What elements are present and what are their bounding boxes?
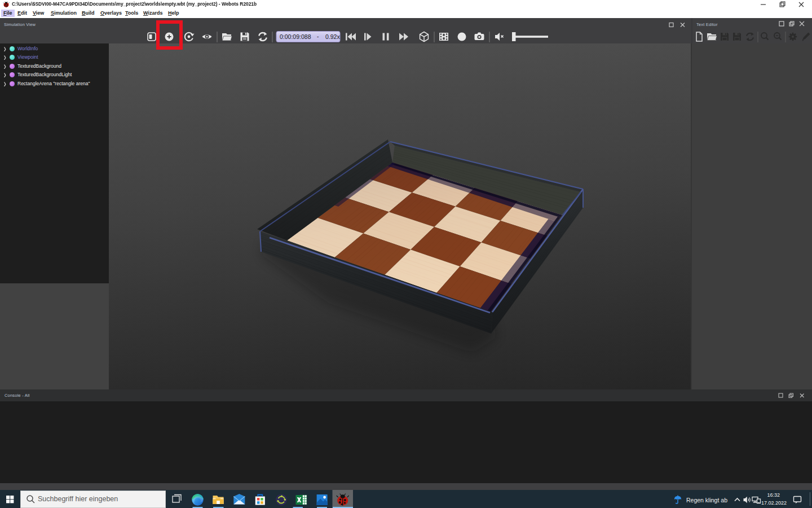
svg-text:16:32: 16:32 xyxy=(767,492,780,498)
svg-text:17.02.2022: 17.02.2022 xyxy=(761,500,787,506)
svg-text:-: - xyxy=(317,33,319,40)
svg-text:0.92x: 0.92x xyxy=(325,33,340,40)
svg-text:Regen klingt ab: Regen klingt ab xyxy=(686,497,727,503)
svg-text:0:00:09:088: 0:00:09:088 xyxy=(280,33,311,40)
